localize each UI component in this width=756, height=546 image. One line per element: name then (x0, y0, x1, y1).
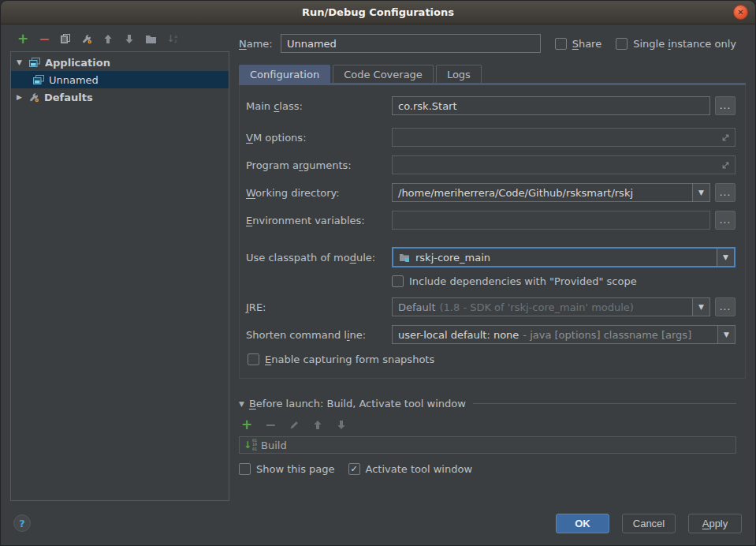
tab-configuration[interactable]: Configuration (239, 65, 330, 83)
jre-browse-button[interactable]: ... (715, 297, 736, 316)
working-directory-browse-button[interactable]: ... (715, 183, 736, 202)
task-label: Build (261, 439, 287, 451)
main-class-browse-button[interactable]: ... (715, 96, 736, 115)
jre-dropdown-button[interactable]: ▼ (692, 298, 709, 316)
mnemonic: W (246, 187, 255, 199)
mnemonic: E (265, 353, 271, 365)
single-instance-checkbox[interactable] (616, 38, 628, 50)
chevron-expanded-icon: ▼ (17, 58, 24, 66)
edit-task-button[interactable] (288, 418, 300, 431)
jre-row: JRE: Default(1.8 - SDK of 'rskj-core_mai… (246, 297, 736, 316)
tab-logs[interactable]: Logs (436, 65, 482, 83)
include-dependencies-row: Include dependencies with "Provided" sco… (392, 275, 736, 287)
shorten-command-line-combo[interactable]: user-local default: none- java [options]… (392, 325, 736, 344)
before-launch-header[interactable]: ▼ Before launch: Build, Activate tool wi… (239, 398, 736, 410)
tree-item-defaults[interactable]: ▶ Defaults (11, 88, 229, 106)
configuration-editor: Name: Share Single instance only Configu… (229, 24, 755, 504)
text-post: efore launch: Build, Activate tool windo… (256, 398, 466, 410)
run-debug-configurations-dialog: Run/Debug Configurations ✕ + − (0, 0, 756, 546)
add-configuration-button[interactable]: + (17, 32, 29, 45)
close-icon: ✕ (737, 8, 743, 17)
close-button[interactable]: ✕ (733, 5, 748, 20)
text-post: nvironment variables: (252, 215, 365, 226)
environment-variables-field[interactable] (392, 211, 710, 230)
show-this-page-checkbox-group[interactable]: Show this page (239, 463, 335, 475)
remove-task-button[interactable]: − (264, 418, 277, 431)
copy-configuration-button[interactable] (59, 32, 72, 45)
cancel-button[interactable]: Cancel (622, 514, 676, 533)
before-launch-toolbar: + − (240, 418, 736, 431)
mnemonic: N (239, 38, 247, 50)
activate-tool-window-label: Activate tool window (366, 463, 472, 475)
jre-combo[interactable]: Default(1.8 - SDK of 'rskj-core_main' mo… (392, 297, 710, 316)
sort-configurations-button[interactable]: ↓ a z (166, 32, 178, 45)
titlebar: Run/Debug Configurations ✕ (1, 1, 755, 24)
use-classpath-combo[interactable]: rskj-core_main ▼ (392, 247, 736, 267)
name-input[interactable] (281, 34, 541, 53)
activate-tool-window-checkbox[interactable] (348, 463, 360, 475)
enable-capturing-checkbox-group[interactable]: Enable capturing form snapshots (248, 353, 434, 365)
mnemonic: A (702, 518, 709, 529)
shorten-value-detail: - java [options] classname [args] (523, 329, 691, 341)
before-launch-task-build[interactable]: ↓ 01 10 01 Build (239, 436, 736, 454)
dialog-title: Run/Debug Configurations (302, 6, 454, 18)
enable-capturing-row: Enable capturing form snapshots (248, 353, 736, 365)
tab-code-coverage[interactable]: Code Coverage (333, 65, 434, 83)
create-folder-button[interactable] (144, 32, 157, 45)
add-task-button[interactable]: + (240, 418, 253, 431)
activate-tool-window-checkbox-group[interactable]: Activate tool window (348, 463, 472, 475)
application-icon (28, 57, 41, 68)
vm-options-row: VM options: (246, 128, 736, 147)
move-task-down-button[interactable] (335, 418, 348, 431)
share-checkbox-group[interactable]: Share (555, 38, 602, 50)
chevron-down-icon: ▼ (724, 331, 729, 338)
text-post: nstance only (671, 38, 736, 50)
plus-icon: + (17, 33, 28, 44)
sort-arrow-icon: ↓ (166, 33, 174, 44)
configurations-sidebar: + − (1, 24, 229, 504)
enable-capturing-checkbox[interactable] (248, 353, 259, 365)
text-post: ame: (247, 38, 273, 50)
include-dependencies-label: Include dependencies with "Provided" sco… (409, 275, 637, 287)
vm-options-field[interactable] (392, 128, 736, 147)
use-classpath-row: Use classpath of module: rskj-core_main … (246, 247, 736, 267)
vm-options-label: VM options: (246, 132, 392, 144)
use-classpath-dropdown-button[interactable]: ▼ (717, 249, 734, 266)
text-pre: Use classpath of mo (246, 252, 350, 264)
use-classpath-label: Use classpath of module: (246, 252, 392, 264)
expand-icon[interactable] (721, 133, 730, 142)
configuration-tab-panel: Main class: co.rsk.Start ... VM options: (239, 85, 746, 379)
single-instance-checkbox-group[interactable]: Single instance only (616, 38, 736, 50)
shorten-dropdown-button[interactable]: ▼ (717, 326, 735, 343)
working-directory-combo[interactable]: /home/meriherrera/Code/Github/rsksmart/r… (392, 183, 710, 202)
application-icon (32, 74, 45, 85)
move-down-button[interactable] (123, 32, 136, 45)
tree-item-unnamed[interactable]: Unnamed (11, 71, 229, 88)
apply-button[interactable]: Apply (688, 514, 742, 533)
include-dependencies-checkbox-group[interactable]: Include dependencies with "Provided" sco… (392, 275, 637, 287)
main-class-field[interactable]: co.rsk.Start (392, 96, 710, 115)
remove-configuration-button[interactable]: − (38, 32, 50, 45)
help-button[interactable]: ? (13, 514, 31, 532)
environment-variables-browse-button[interactable]: ... (715, 211, 736, 230)
program-arguments-row: Program arguments: (246, 155, 736, 174)
minus-icon: − (265, 419, 276, 430)
edit-defaults-button[interactable] (80, 32, 93, 45)
move-up-button[interactable] (102, 32, 114, 45)
expand-icon[interactable] (721, 161, 730, 170)
text-post: orking directory: (255, 187, 340, 199)
tree-item-application[interactable]: ▼ Application (11, 54, 229, 71)
ok-button[interactable]: OK (556, 514, 609, 533)
program-arguments-field[interactable] (392, 155, 736, 174)
dialog-body: + − (1, 24, 755, 504)
enable-capturing-label: Enable capturing form snapshots (265, 353, 434, 365)
working-directory-dropdown-button[interactable]: ▼ (692, 184, 709, 201)
include-dependencies-checkbox[interactable] (392, 275, 404, 287)
show-this-page-checkbox[interactable] (239, 463, 251, 475)
move-task-up-button[interactable] (311, 418, 324, 431)
plus-icon: + (241, 419, 252, 430)
share-checkbox[interactable] (555, 38, 567, 50)
shorten-command-line-row: Shorten command line: user-local default… (246, 325, 736, 344)
shorten-value-main: user-local default: none (398, 329, 519, 341)
dialog-footer: ? OK Cancel Apply (1, 504, 755, 545)
